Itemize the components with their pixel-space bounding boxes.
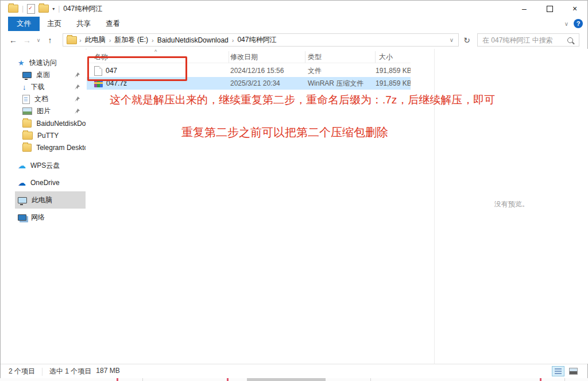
sidebar-label: 此电脑 bbox=[32, 195, 52, 205]
ribbon-right-controls: ∨ ? bbox=[564, 19, 583, 28]
sidebar-label: BaiduNetdiskDow bbox=[36, 120, 86, 128]
sidebar-item-network[interactable]: 网络 bbox=[1, 209, 86, 226]
folder-icon bbox=[22, 144, 32, 152]
new-folder-icon[interactable] bbox=[38, 5, 49, 13]
expand-ribbon-icon[interactable]: ∨ bbox=[564, 21, 568, 27]
close-button[interactable]: × bbox=[562, 1, 587, 17]
sidebar-item-quick-access[interactable]: ★ 快速访问 bbox=[1, 56, 86, 69]
sidebar-item-baidunetdiskdownload[interactable]: BaiduNetdiskDow bbox=[1, 117, 86, 129]
location-folder-icon bbox=[67, 36, 77, 44]
star-icon: ★ bbox=[18, 59, 25, 67]
sidebar-label: WPS云盘 bbox=[30, 161, 60, 171]
file-size: 191,859 KB bbox=[376, 79, 411, 87]
address-dropdown-icon[interactable]: ∨ bbox=[450, 37, 458, 43]
sidebar-label: 网络 bbox=[31, 213, 45, 222]
selected-size: 187 MB bbox=[96, 367, 119, 376]
minimize-button[interactable]: – bbox=[512, 1, 537, 17]
tab-share[interactable]: 共享 bbox=[69, 17, 98, 31]
folder-icon bbox=[22, 120, 32, 128]
tab-view[interactable]: 查看 bbox=[98, 17, 127, 31]
breadcrumb-drive-e[interactable]: 新加卷 (E:) bbox=[111, 35, 152, 45]
selection-info: 选中 1 个项目 187 MB bbox=[49, 367, 120, 376]
column-header-size[interactable]: 大小 bbox=[376, 51, 411, 63]
column-header-type[interactable]: 类型 bbox=[305, 51, 376, 63]
customize-toolbar-dropdown-icon[interactable]: ▾ bbox=[52, 6, 55, 11]
download-icon: ↓ bbox=[22, 83, 26, 91]
sidebar-label: 图片 bbox=[37, 106, 51, 116]
background-divider bbox=[370, 378, 371, 381]
pin-icon bbox=[75, 95, 80, 103]
app-folder-icon bbox=[8, 5, 18, 13]
breadcrumb-current-folder[interactable]: 047纯种阿江 bbox=[234, 35, 280, 45]
file-type: WinRAR 压缩文件 bbox=[305, 79, 376, 88]
onedrive-icon: ☁ bbox=[18, 179, 26, 187]
column-header-label: 大小 bbox=[379, 52, 393, 62]
file-size: 191,859 KB bbox=[376, 67, 411, 75]
sort-ascending-icon: ^ bbox=[154, 49, 157, 55]
file-type: 文件 bbox=[305, 66, 376, 76]
navigation-bar: ← → ∨ ↑ › 此电脑 › 新加卷 (E:) › BaiduNetdiskD… bbox=[1, 31, 587, 49]
tab-file[interactable]: 文件 bbox=[8, 17, 40, 31]
maximize-button[interactable] bbox=[537, 1, 562, 17]
sidebar-label: PuTTY bbox=[37, 132, 59, 140]
tab-home[interactable]: 主页 bbox=[40, 17, 69, 31]
help-button[interactable]: ? bbox=[574, 19, 583, 28]
document-icon bbox=[22, 95, 30, 104]
annotation-line-2: 重复第二步之前可以把第二个压缩包删除 bbox=[181, 125, 388, 140]
sidebar-item-desktop[interactable]: 桌面 bbox=[1, 69, 86, 81]
background-divider bbox=[142, 378, 143, 381]
quick-access-toolbar: | ▾ | bbox=[1, 4, 60, 14]
up-button[interactable]: ↑ bbox=[43, 36, 57, 45]
no-preview-text: 没有预览。 bbox=[435, 199, 588, 209]
column-header-date-modified[interactable]: 修改日期 bbox=[229, 51, 305, 63]
sidebar-item-this-pc[interactable]: 此电脑 bbox=[15, 191, 86, 209]
properties-icon[interactable] bbox=[27, 4, 35, 14]
column-header-label: 修改日期 bbox=[230, 52, 258, 62]
sidebar-label: OneDrive bbox=[30, 179, 60, 187]
progress-tick bbox=[227, 378, 229, 381]
details-view-button[interactable] bbox=[552, 366, 564, 376]
address-bar[interactable]: › 此电脑 › 新加卷 (E:) › BaiduNetdiskDownload … bbox=[63, 33, 459, 47]
back-button[interactable]: ← bbox=[6, 36, 20, 45]
sidebar-item-downloads[interactable]: ↓ 下载 bbox=[1, 81, 86, 93]
file-date: 2024/12/16 15:56 bbox=[229, 67, 305, 75]
forward-button[interactable]: → bbox=[20, 36, 34, 45]
selected-count: 选中 1 个项目 bbox=[49, 367, 91, 376]
pin-icon bbox=[75, 83, 80, 91]
progress-tick bbox=[117, 378, 118, 381]
window-title: 047纯种阿江 bbox=[63, 4, 102, 14]
thumbnail-view-icon bbox=[569, 368, 578, 375]
sidebar-item-documents[interactable]: 文档 bbox=[1, 93, 86, 105]
pin-icon bbox=[75, 71, 80, 79]
thumbnail-view-button[interactable] bbox=[567, 366, 579, 376]
annotation-rectangle bbox=[87, 56, 187, 81]
search-input[interactable] bbox=[478, 36, 567, 44]
refresh-button[interactable]: ↻ bbox=[461, 33, 473, 47]
explorer-window: | ▾ | 047纯种阿江 – × 文件 主页 共享 查看 ∨ ? ← → ∨ … bbox=[0, 0, 588, 378]
annotation-line-1: 这个就是解压出来的，继续重复第二步，重命名后缀为：.7z，后继续解压，即可 bbox=[110, 93, 495, 107]
status-separator bbox=[42, 368, 42, 376]
breadcrumb-baidunetdiskdownload[interactable]: BaiduNetdiskDownload bbox=[154, 36, 232, 44]
pin-icon bbox=[75, 107, 80, 116]
items-count: 2 个项目 bbox=[1, 367, 35, 376]
sidebar-item-pictures[interactable]: 图片 bbox=[1, 105, 86, 117]
sidebar-item-putty[interactable]: PuTTY bbox=[1, 129, 86, 141]
file-date: 2025/3/21 20:34 bbox=[229, 79, 305, 87]
details-view-icon bbox=[555, 368, 562, 374]
toolbar-separator: | bbox=[22, 5, 24, 13]
sidebar-item-onedrive[interactable]: ☁ OneDrive bbox=[1, 174, 86, 191]
ribbon-tab-bar: 文件 主页 共享 查看 ∨ ? bbox=[1, 17, 587, 32]
sidebar-label: Telegram Desktop bbox=[36, 144, 86, 152]
navigation-pane: ★ 快速访问 桌面 ↓ 下载 文档 图片 BaiduNetdiskDow bbox=[1, 49, 86, 364]
view-toggles bbox=[552, 366, 579, 376]
sidebar-item-wps-cloud[interactable]: ☁ WPS云盘 bbox=[1, 157, 86, 174]
background-segment bbox=[247, 378, 326, 381]
sidebar-label: 文档 bbox=[34, 94, 48, 104]
folder-icon bbox=[22, 132, 33, 140]
recent-locations-dropdown-icon[interactable]: ∨ bbox=[34, 37, 43, 43]
sidebar-label: 下载 bbox=[31, 82, 45, 92]
computer-icon bbox=[18, 197, 27, 203]
search-icon bbox=[567, 37, 573, 43]
sidebar-item-telegram-desktop[interactable]: Telegram Desktop bbox=[1, 141, 86, 153]
breadcrumb-this-pc[interactable]: 此电脑 bbox=[82, 35, 109, 45]
